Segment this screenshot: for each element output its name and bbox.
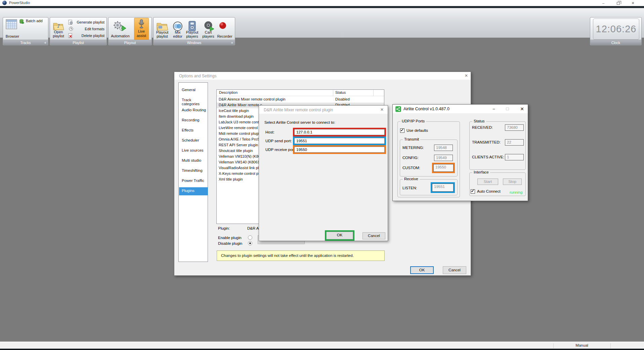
windows-group-expand[interactable]: + [231,40,233,45]
live-assist-mic-icon [138,19,145,29]
listen-label: LISTEN: [402,186,417,190]
column-status[interactable]: Status [335,90,346,94]
udp-send-port-label: UDP send port: [265,139,292,143]
use-defaults-checkbox[interactable]: ✓ [400,128,404,133]
airlite-titlebar: Airlite Control v1.0.487.0 – ✕ [393,105,528,113]
airlite-minimize-icon[interactable]: – [488,107,500,111]
restart-note: Changes to plugin settings will not take… [217,250,385,261]
enable-plugin-radio[interactable] [248,235,252,240]
plugin-dialog-close-icon[interactable]: ✕ [378,107,386,112]
status-legend: Status [472,119,486,123]
sidebar-item-timeshifting[interactable]: Timeshifting [179,167,208,175]
sidebar-item-power-traffic[interactable]: Power Traffic [179,177,208,185]
playout-playlist-button[interactable] [156,22,168,31]
windows-group-label: Windows + [154,40,235,45]
open-playlist-label: Open playlist [50,30,67,38]
udp-send-port-input[interactable]: 19551 [294,138,385,144]
generate-playlist-button[interactable] [68,20,73,25]
start-button[interactable]: Start [477,179,498,185]
delete-playlist-label: Delete playlist [74,34,104,38]
server-instruction: Select Airlite Control server to connect… [264,120,335,124]
send-port-highlight-frame: 19551 [293,137,386,145]
playout-group-label-text: Playout [124,41,136,45]
windows-group-label-text: Windows [187,41,202,45]
ribbon-group-clock: 12:06:26 Clock [590,17,642,45]
host-input[interactable]: 127.0.0.1 [294,129,385,135]
options-dialog-close-icon[interactable]: ✕ [463,73,470,78]
edit-formats-icon [69,27,73,31]
plugin-cancel-button[interactable]: Cancel [362,232,385,239]
playout-players-label-2: players [184,34,200,38]
playout-players-icon [188,21,197,31]
mode-indicator: Manual [553,343,610,347]
automation-button[interactable] [113,21,127,33]
svg-text:♪: ♪ [57,23,60,29]
close-button[interactable]: ✕ [627,0,639,6]
sidebar-item-multi-studio[interactable]: Multi studio [179,157,208,165]
mix-editor-label-2: editor [170,34,185,38]
playlist-group-label-text: Playlist [73,41,84,45]
options-ok-button[interactable]: OK [410,266,434,274]
generate-playlist-icon [68,20,73,25]
recorder-label: Recorder [216,34,233,38]
receive-port-highlight-frame: 19550 [293,145,386,154]
maximize-glyph [506,108,509,110]
live-assist-button[interactable]: Live assist [134,18,149,40]
plugin-name-label: Plugin: [218,226,230,230]
ribbon: Browser Batch add Tracks + ♪ Open playli… [0,8,644,38]
open-playlist-button[interactable]: ♪ [53,21,64,31]
column-divider [333,90,333,96]
edit-formats-button[interactable] [69,27,73,31]
disable-plugin-radio[interactable] [248,241,252,245]
sidebar-item-track-categories[interactable]: Track categories [179,96,208,105]
transmitted-field: 22 [505,139,524,146]
recorder-button[interactable] [219,22,227,30]
airlite-close-icon[interactable]: ✕ [516,106,528,112]
running-status: running [510,190,522,194]
check-icon: ✓ [400,128,404,132]
mix-editor-label-1: Mix [170,30,185,34]
sidebar-item-audio-routing[interactable]: Audio Routing [179,107,208,115]
column-description[interactable]: Description [219,90,238,94]
minimize-button[interactable]: – [598,0,609,6]
stop-button[interactable]: Stop [503,179,522,185]
browser-button[interactable] [6,19,17,29]
delete-playlist-button[interactable] [68,33,73,38]
clock-time: 12:06:26 [593,19,639,39]
ribbon-group-playlist: ♪ Open playlist Generate playlist Edit f… [50,17,107,45]
custom-field[interactable]: 19550 [433,164,454,172]
sidebar-item-live-sources[interactable]: Live sources [179,147,208,155]
powerstudio-icon [2,1,7,5]
playlist-group-label: Playlist [50,40,106,45]
sidebar-item-general[interactable]: General [179,86,208,94]
sidebar-item-plugins[interactable]: Plugins [179,187,208,195]
table-row[interactable]: D&R Airence Mixer remote control pluginD… [217,97,384,103]
playout-group-label: Playout [109,40,152,45]
sidebar-item-effects[interactable]: Effects [179,127,208,135]
listen-field[interactable]: 19551 [432,184,454,192]
sidebar-item-recording[interactable]: Recording [179,117,208,125]
restore-icon [617,2,620,5]
custom-label: CUSTOM: [402,166,420,170]
clock-display: 12:06:26 [593,18,639,40]
restore-button[interactable] [612,0,624,6]
edit-formats-label: Edit formats [74,27,104,31]
cart-players-button[interactable] [203,21,215,31]
mix-editor-button[interactable] [172,22,183,31]
cart-players-label-2: players [201,34,216,38]
ribbon-group-windows: Playout playlist Mix editor Playout play… [153,17,235,45]
column-divider [373,90,374,96]
listen-highlight-frame: 19551 [431,182,455,193]
ok-highlight-frame: OK [325,230,354,241]
auto-connect-checkbox[interactable]: ✓ [471,189,475,194]
airlite-control-window: Airlite Control v1.0.487.0 – ✕ UDP/IP Po… [392,104,528,201]
sidebar-item-scheduler[interactable]: Scheduler [179,137,208,145]
udp-receive-port-input[interactable]: 19550 [294,147,385,153]
generate-playlist-label: Generate playlist [74,20,104,25]
options-cancel-button[interactable]: Cancel [443,266,466,274]
plugin-ok-button[interactable]: OK [326,232,353,239]
clients-active-label: CLIENTS ACTIVE: [472,155,504,159]
batch-add-button[interactable] [19,18,25,24]
tracks-group-expand[interactable]: + [44,40,46,45]
playout-players-button[interactable] [188,21,197,31]
